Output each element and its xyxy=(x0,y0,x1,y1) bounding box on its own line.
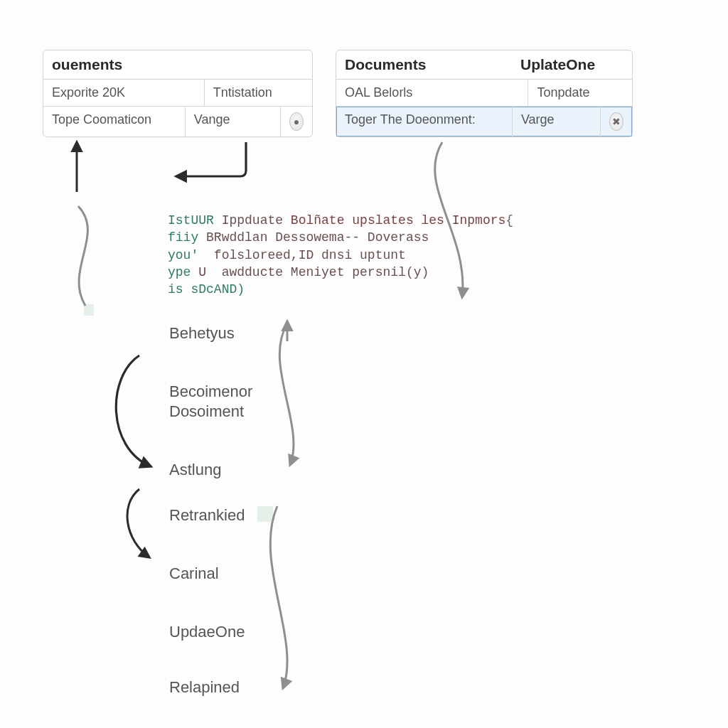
dot-icon: ● xyxy=(289,112,304,131)
code-token: sDcAND) xyxy=(191,282,245,296)
arrow-hook-icon xyxy=(176,142,246,176)
code-snippet: IstUUR Ippduate Bolñate upslates les Inp… xyxy=(168,212,513,298)
code-token: Ippduate xyxy=(222,213,283,228)
left-table-title: ouements xyxy=(43,50,312,80)
highlight-bar xyxy=(84,304,94,316)
cell: OAL Belorls xyxy=(336,80,528,106)
arrow-curve-icon xyxy=(279,324,294,465)
table-row[interactable]: Exporite 20K Tntistation xyxy=(43,80,312,107)
flow-label: Dosoiment xyxy=(169,402,244,421)
right-table-header: Documents UplateOne xyxy=(336,50,632,80)
code-token: folsloreed, xyxy=(214,248,299,262)
left-table: ouements Exporite 20K Tntistation Tope C… xyxy=(43,50,313,137)
flow-label: Carinal xyxy=(169,564,219,583)
code-token: { xyxy=(505,213,513,228)
code-token: IstUUR xyxy=(168,213,214,228)
cell: Exporite 20K xyxy=(43,80,205,106)
cell: Tntistation xyxy=(205,80,312,106)
right-table: Documents UplateOne OAL Belorls Tonpdate… xyxy=(336,50,633,137)
flow-label: Behetyus xyxy=(169,324,235,343)
code-token: is xyxy=(168,282,183,296)
flow-label: UpdaeOne xyxy=(169,623,245,641)
arrow-curve-icon xyxy=(127,489,149,557)
highlight-bar xyxy=(257,506,273,522)
row-action[interactable]: ✖ xyxy=(601,107,632,136)
cell: Toger The Doeonment: xyxy=(336,107,513,136)
arrow-curve-icon xyxy=(78,206,87,306)
right-title-right: UplateOne xyxy=(518,56,623,73)
table-row-selected[interactable]: Toger The Doeonment: Varge ✖ xyxy=(336,107,632,136)
flow-label: Astlung xyxy=(169,461,221,479)
flow-label: Becoimenor xyxy=(169,382,252,401)
flow-label: Retrankied xyxy=(169,506,245,525)
code-token: BRwddlan Dessowema-- Doverass xyxy=(206,230,429,245)
close-icon: ✖ xyxy=(609,112,623,131)
code-token: Bolñate upslates les Inpmors xyxy=(291,213,505,228)
arrow-loop-icon xyxy=(116,355,151,466)
code-token: you' xyxy=(168,248,198,262)
cell: Tonpdate xyxy=(528,80,632,106)
cell: Vange xyxy=(186,107,281,136)
table-row[interactable]: Tope Coomaticon Vange ● xyxy=(43,107,312,136)
right-title-left: Documents xyxy=(345,56,518,73)
row-action[interactable]: ● xyxy=(281,107,312,136)
code-token: ID dnsi uptunt xyxy=(299,248,406,262)
code-token: fiiy xyxy=(168,230,198,245)
flow-label: Relapined xyxy=(169,678,240,697)
table-row[interactable]: OAL Belorls Tonpdate xyxy=(336,80,632,107)
code-token: U xyxy=(198,265,206,279)
code-token: awdducte Meniyet persnil(y) xyxy=(222,265,429,279)
arrow-curve-icon xyxy=(270,506,287,688)
cell: Varge xyxy=(513,107,601,136)
code-token: ype xyxy=(168,265,191,279)
cell: Tope Coomaticon xyxy=(43,107,186,136)
